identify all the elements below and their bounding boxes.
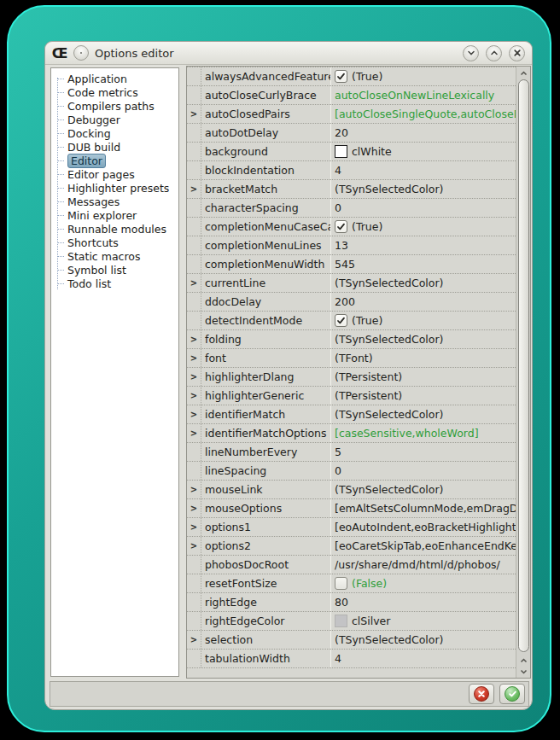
property-value[interactable]: (True): [330, 218, 516, 236]
property-row-resetFontSize[interactable]: resetFontSize(False): [187, 574, 516, 593]
shade-button[interactable]: [463, 45, 479, 61]
property-value[interactable]: (TSynSelectedColor): [330, 631, 516, 649]
property-row-completionMenuWidth[interactable]: completionMenuWidth545: [187, 255, 516, 274]
property-row-characterSpacing[interactable]: characterSpacing0: [187, 199, 516, 218]
property-row-bracketMatch[interactable]: >bracketMatch(TSynSelectedColor): [187, 180, 516, 199]
property-value[interactable]: clSilver: [330, 612, 516, 630]
scroll-down-button[interactable]: [520, 666, 528, 677]
checkbox-checked[interactable]: [335, 70, 347, 83]
property-row-lineSpacing[interactable]: lineSpacing0: [187, 462, 516, 481]
property-value[interactable]: (TSynSelectedColor): [330, 330, 516, 348]
expand-arrow-icon[interactable]: >: [187, 499, 201, 517]
property-row-highlighterDlang[interactable]: >highlighterDlang(TPersistent): [187, 368, 516, 387]
property-value[interactable]: autoCloseOnNewLineLexically: [330, 86, 516, 104]
accept-button[interactable]: [499, 684, 525, 704]
window-menu-button[interactable]: [73, 45, 89, 61]
expand-arrow-icon[interactable]: >: [187, 180, 201, 198]
property-value[interactable]: (TSynSelectedColor): [330, 274, 516, 292]
sidebar-item-dub-build[interactable]: DUB build: [51, 140, 178, 154]
property-row-options2[interactable]: >options2[eoCaretSkipTab,eoEnhanceEndKe: [187, 537, 516, 556]
checkbox-checked[interactable]: [335, 220, 347, 233]
property-row-options1[interactable]: >options1[eoAutoIndent,eoBracketHighligh…: [187, 518, 516, 537]
sidebar-item-messages[interactable]: Messages: [51, 195, 178, 208]
cancel-button[interactable]: [469, 684, 494, 704]
sidebar-item-code-metrics[interactable]: Code metrics: [51, 85, 178, 99]
sidebar-item-compilers-paths[interactable]: Compilers paths: [51, 99, 178, 113]
close-button[interactable]: [509, 45, 525, 61]
property-row-mouseLink[interactable]: >mouseLink(TSynSelectedColor): [187, 481, 516, 499]
expand-arrow-icon[interactable]: >: [187, 368, 201, 386]
sidebar-item-mini-explorer[interactable]: Mini explorer: [51, 208, 178, 222]
sidebar-item-symbol-list[interactable]: Symbol list: [51, 263, 178, 277]
property-row-autoClosedPairs[interactable]: >autoClosedPairs[autoCloseSingleQuote,au…: [187, 105, 516, 124]
sidebar-item-shortcuts[interactable]: Shortcuts: [51, 236, 178, 249]
expand-arrow-icon[interactable]: >: [187, 481, 201, 498]
unshade-button[interactable]: [486, 45, 502, 61]
expand-arrow-icon[interactable]: >: [187, 518, 201, 536]
property-row-lineNumberEvery[interactable]: lineNumberEvery5: [187, 443, 516, 462]
expand-arrow-icon[interactable]: >: [187, 387, 201, 405]
property-row-ddocDelay[interactable]: ddocDelay200: [187, 293, 516, 312]
expand-arrow-icon[interactable]: >: [187, 537, 201, 555]
property-value[interactable]: 0: [330, 462, 516, 480]
property-value[interactable]: 80: [330, 593, 516, 611]
property-value[interactable]: /usr/share/dmd/html/d/phobos/: [330, 556, 516, 574]
sidebar-item-runnable-modules[interactable]: Runnable modules: [51, 222, 178, 236]
property-value[interactable]: 4: [330, 650, 516, 667]
property-row-blockIndentation[interactable]: blockIndentation4: [187, 161, 516, 180]
sidebar-item-debugger[interactable]: Debugger: [51, 113, 178, 126]
property-value[interactable]: (TSynSelectedColor): [330, 405, 516, 423]
sidebar-item-static-macros[interactable]: Static macros: [51, 249, 178, 263]
property-row-background[interactable]: backgroundclWhite: [187, 143, 516, 161]
property-row-currentLine[interactable]: >currentLine(TSynSelectedColor): [187, 274, 516, 293]
property-row-highlighterGeneric[interactable]: >highlighterGeneric(TPersistent): [187, 387, 516, 405]
property-row-identifierMatch[interactable]: >identifierMatch(TSynSelectedColor): [187, 405, 516, 424]
property-row-autoDotDelay[interactable]: autoDotDelay20: [187, 124, 516, 143]
sidebar-item-application[interactable]: Application: [51, 72, 178, 85]
property-value[interactable]: 20: [330, 124, 516, 142]
expand-arrow-icon[interactable]: >: [187, 330, 201, 348]
sidebar-item-docking[interactable]: Docking: [51, 126, 178, 140]
sidebar-item-todo-list[interactable]: Todo list: [51, 277, 178, 290]
property-row-completionMenuCaseCare[interactable]: completionMenuCaseCare(True): [187, 218, 516, 236]
property-row-completionMenuLines[interactable]: completionMenuLines13: [187, 236, 516, 255]
property-row-font[interactable]: >font(TFont): [187, 349, 516, 368]
property-value[interactable]: [autoCloseSingleQuote,autoCloseD: [330, 105, 516, 123]
sidebar-item-editor[interactable]: Editor: [51, 154, 178, 167]
property-row-phobosDocRoot[interactable]: phobosDocRoot/usr/share/dmd/html/d/phobo…: [187, 556, 516, 574]
color-swatch[interactable]: [335, 615, 347, 627]
property-row-identifierMatchOptions[interactable]: >identifierMatchOptions[caseSensitive,wh…: [187, 424, 516, 443]
expand-arrow-icon[interactable]: >: [187, 424, 201, 442]
property-value[interactable]: (TFont): [330, 349, 516, 367]
expand-arrow-icon[interactable]: >: [187, 631, 201, 649]
property-value[interactable]: (True): [330, 312, 516, 329]
property-value[interactable]: 13: [330, 236, 516, 254]
property-value[interactable]: (TSynSelectedColor): [330, 481, 516, 498]
property-row-autoCloseCurlyBrace[interactable]: autoCloseCurlyBraceautoCloseOnNewLineLex…: [187, 86, 516, 105]
property-value[interactable]: [eoAutoIndent,eoBracketHighlight: [330, 518, 516, 536]
property-row-mouseOptions[interactable]: >mouseOptions[emAltSetsColumnMode,emDrag…: [187, 499, 516, 518]
sidebar-item-editor-pages[interactable]: Editor pages: [51, 167, 178, 181]
property-value[interactable]: (TPersistent): [330, 368, 516, 386]
property-value[interactable]: 200: [330, 293, 516, 311]
property-value[interactable]: (False): [330, 574, 516, 592]
property-value[interactable]: 0: [330, 199, 516, 217]
property-value[interactable]: 5: [330, 443, 516, 461]
property-row-tabulationWidth[interactable]: tabulationWidth4: [187, 650, 516, 668]
property-value[interactable]: [emAltSetsColumnMode,emDragDr: [330, 499, 516, 517]
checkbox-checked[interactable]: [335, 314, 347, 327]
property-value[interactable]: 545: [330, 255, 516, 273]
property-row-alwaysAdvancedFeatures[interactable]: alwaysAdvancedFeatures(True): [187, 67, 516, 86]
expand-arrow-icon[interactable]: >: [187, 405, 201, 423]
property-row-selection[interactable]: >selection(TSynSelectedColor): [187, 631, 516, 650]
property-value[interactable]: [eoCaretSkipTab,eoEnhanceEndKe: [330, 537, 516, 555]
property-value[interactable]: (TSynSelectedColor): [330, 180, 516, 198]
expand-arrow-icon[interactable]: >: [187, 274, 201, 292]
property-row-rightEdgeColor[interactable]: rightEdgeColorclSilver: [187, 612, 516, 631]
scrollbar-thumb[interactable]: [518, 79, 529, 652]
property-row-folding[interactable]: >folding(TSynSelectedColor): [187, 330, 516, 349]
expand-arrow-icon[interactable]: >: [187, 105, 201, 123]
property-row-detectIndentMode[interactable]: detectIndentMode(True): [187, 312, 516, 330]
sidebar-item-highlighter-presets[interactable]: Highlighter presets: [51, 181, 178, 195]
property-value[interactable]: [caseSensitive,wholeWord]: [330, 424, 516, 442]
